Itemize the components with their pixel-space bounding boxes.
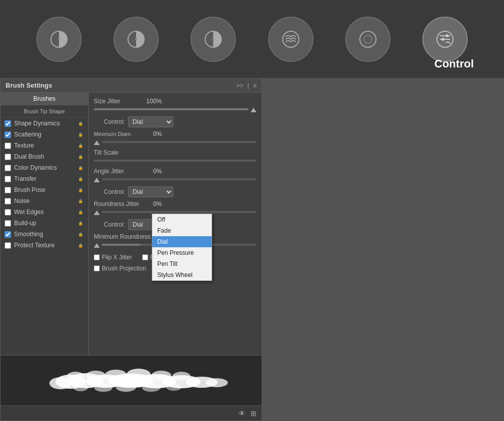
brush-settings-panel: Brush Settings >> | ≡ Brushes Brush Tip … [0, 78, 262, 421]
dropdown-item-dial[interactable]: Dial [152, 236, 212, 247]
roundness-jitter-label: Roundness Jitter [94, 200, 144, 207]
flip-x-checkbox[interactable] [94, 254, 100, 260]
layer-lock-5: 🔒 [77, 175, 84, 182]
layer-name-4: Color Dynamics [14, 164, 77, 171]
min-diam-slider-container [94, 139, 257, 146]
layer-name-11: Protect Texture [14, 242, 77, 249]
eye-icon[interactable]: 👁 [238, 409, 245, 417]
control-row-1: Control: Dial [94, 116, 257, 127]
control-select-1[interactable]: Dial [128, 116, 173, 127]
brushes-tab[interactable]: Brushes [1, 93, 88, 105]
control-select-2[interactable]: Dial [128, 186, 173, 197]
min-diam-row: Minimum Diam 0% [94, 130, 257, 137]
dropdown-item-off[interactable]: Off [152, 214, 212, 225]
roundness-jitter-row: Roundness Jitter 0% [94, 200, 257, 207]
svg-point-32 [142, 384, 160, 392]
svg-point-28 [172, 372, 191, 381]
svg-point-22 [206, 378, 228, 387]
layer-name-7: Noise [14, 197, 77, 204]
layer-checkbox-7[interactable] [5, 198, 11, 204]
svg-point-24 [86, 371, 106, 381]
tool-1[interactable] [36, 17, 82, 62]
dropdown-item-fade[interactable]: Fade [152, 225, 212, 236]
min-roundness-triangle[interactable] [94, 243, 100, 248]
roundness-jitter-slider[interactable] [102, 211, 257, 213]
tool-4[interactable] [268, 17, 313, 62]
brush-sidebar: Brushes Brush Tip Shape Shape Dynamics🔒S… [1, 93, 89, 355]
brush-projection-label: Brush Projection [102, 265, 146, 272]
size-jitter-slider-container [94, 107, 257, 113]
tilt-scale-slider[interactable] [94, 160, 257, 162]
flip-y-checkbox[interactable] [142, 254, 148, 260]
size-jitter-triangle[interactable] [250, 108, 257, 112]
dropdown-item-pen-tilt[interactable]: Pen Tilt [152, 258, 212, 269]
svg-point-31 [116, 383, 136, 392]
expand-icon[interactable]: >> [236, 82, 243, 89]
flip-x-label: Flip X Jitter [102, 254, 132, 261]
layer-checkbox-5[interactable] [5, 176, 11, 182]
layer-checkbox-4[interactable] [5, 165, 11, 171]
main-area: Brush Settings >> | ≡ Brushes Brush Tip … [0, 78, 504, 421]
layer-checkbox-3[interactable] [5, 154, 11, 160]
layer-item[interactable]: Protect Texture🔒 [1, 240, 88, 251]
tool-3[interactable] [191, 17, 236, 62]
layer-checkbox-9[interactable] [5, 220, 11, 227]
size-jitter-value: 100% [144, 98, 162, 105]
svg-point-13 [442, 38, 445, 41]
angle-jitter-triangle[interactable] [94, 178, 100, 182]
control-row-2: Control: Dial [94, 186, 257, 197]
min-roundness-label: Minimum Roundness [94, 233, 151, 240]
layer-item[interactable]: Brush Pose🔒 [1, 184, 88, 195]
layer-item[interactable]: Build-up🔒 [1, 218, 88, 229]
dropdown-item-pen-pressure[interactable]: Pen Pressure [152, 247, 212, 258]
layer-item[interactable]: Smoothing🔒 [1, 229, 88, 240]
layer-checkbox-2[interactable] [5, 143, 11, 149]
layer-item[interactable]: Dual Brush🔒 [1, 151, 88, 162]
layer-item[interactable]: Shape Dynamics🔒 [1, 118, 88, 129]
duplicate-icon[interactable]: ⊞ [250, 409, 257, 417]
layer-checkbox-1[interactable] [5, 131, 11, 138]
layer-checkbox-11[interactable] [5, 242, 11, 249]
layer-item[interactable]: Texture🔒 [1, 140, 88, 151]
layer-lock-3: 🔒 [77, 153, 84, 160]
angle-jitter-label: Angle Jitter [94, 168, 144, 175]
tool-2[interactable] [113, 17, 159, 62]
layer-checkbox-6[interactable] [5, 187, 11, 193]
layer-item[interactable]: Noise🔒 [1, 195, 88, 206]
angle-jitter-slider[interactable] [102, 178, 257, 180]
layer-item[interactable]: Scattering🔒 [1, 129, 88, 140]
svg-point-27 [151, 371, 171, 381]
min-diam-triangle[interactable] [94, 141, 100, 145]
svg-point-25 [105, 370, 127, 381]
top-toolbar: Control [0, 0, 504, 78]
layer-checkbox-8[interactable] [5, 209, 11, 216]
size-jitter-slider[interactable] [94, 108, 248, 110]
tool-6-brush-settings[interactable] [422, 17, 468, 62]
brush-stroke-svg [30, 361, 232, 401]
min-diam-slider[interactable] [102, 141, 257, 143]
dropdown-item-stylus-wheel[interactable]: Stylus Wheel [152, 269, 212, 280]
flip-x-jitter-item: Flip X Jitter [94, 254, 132, 261]
layer-checkbox-10[interactable] [5, 231, 11, 238]
svg-point-11 [446, 34, 449, 37]
layer-lock-7: 🔒 [77, 197, 84, 204]
svg-point-7 [360, 31, 376, 47]
tool-5[interactable] [345, 17, 391, 62]
menu-icon[interactable]: ≡ [253, 82, 257, 89]
size-jitter-label: Size Jitter [94, 98, 144, 105]
layer-item[interactable]: Transfer🔒 [1, 173, 88, 184]
layer-name-5: Transfer [14, 175, 77, 182]
brush-projection-checkbox[interactable] [94, 265, 100, 271]
brush-tip-shape-label: Brush Tip Shape [1, 105, 88, 118]
layer-item[interactable]: Wet Edges🔒 [1, 206, 88, 218]
layer-lock-9: 🔒 [77, 220, 84, 227]
svg-point-33 [166, 384, 181, 391]
size-jitter-row: Size Jitter 100% [94, 98, 257, 105]
layer-lock-8: 🔒 [77, 208, 84, 216]
roundness-jitter-triangle[interactable] [94, 210, 100, 215]
layer-item[interactable]: Color Dynamics🔒 [1, 162, 88, 173]
tilt-scale-label: Tilt Scale [94, 149, 144, 156]
layer-name-9: Build-up [14, 220, 77, 227]
layer-checkbox-0[interactable] [5, 120, 11, 127]
panel-title: Brush Settings [6, 82, 52, 89]
